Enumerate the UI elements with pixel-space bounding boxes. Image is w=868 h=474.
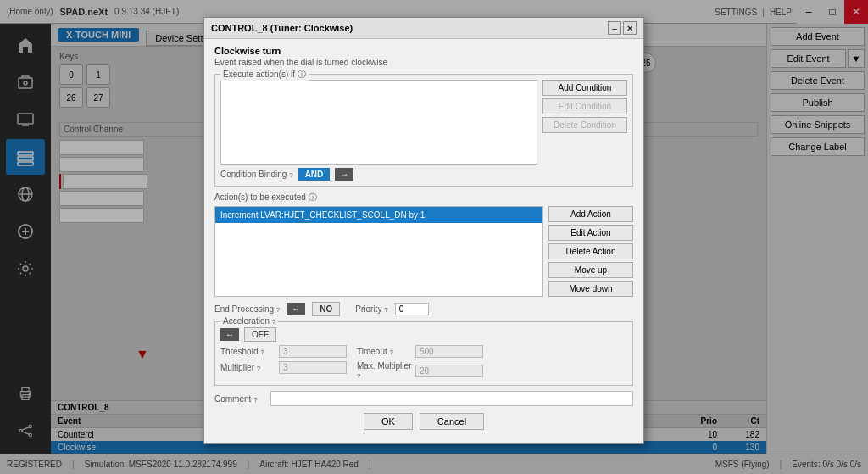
- cond-arrow-toggle[interactable]: →: [335, 168, 353, 181]
- action-item-1[interactable]: Increment LVAR:HJET_CHECKLIST_SCOLL_DN b…: [215, 207, 542, 223]
- comment-input[interactable]: [270, 391, 633, 406]
- add-action-button[interactable]: Add Action: [548, 206, 633, 222]
- end-proc-no-button[interactable]: NO: [312, 302, 340, 316]
- condition-binding-label: Condition Binding ?: [220, 170, 293, 179]
- event-title: Clockwise turn: [214, 46, 633, 56]
- dialog-title: CONTROL_8 (Tuner: Clockwise): [211, 23, 353, 33]
- cond-binding-info[interactable]: ?: [289, 171, 292, 179]
- add-condition-button[interactable]: Add Condition: [542, 80, 627, 96]
- accel-info[interactable]: ?: [272, 318, 275, 326]
- edit-action-button[interactable]: Edit Action: [548, 225, 633, 241]
- threshold-label: Threshold ?: [220, 347, 275, 356]
- timeout-info[interactable]: ?: [390, 349, 393, 356]
- condition-buttons: Add Condition Edit Condition Delete Cond…: [542, 80, 627, 165]
- multiplier-row: Multiplier ?: [220, 361, 347, 374]
- max-multiplier-label: Max. Multiplier ?: [357, 361, 412, 380]
- execute-info-icon[interactable]: ⓘ: [298, 70, 306, 79]
- action-buttons: Add Action Edit Action Delete Action Mov…: [548, 206, 633, 297]
- comment-info[interactable]: ?: [253, 396, 257, 404]
- multiplier-label: Multiplier ?: [220, 363, 275, 372]
- acceleration-label: Acceleration ?: [220, 316, 278, 326]
- delete-condition-button[interactable]: Delete Condition: [542, 117, 627, 133]
- max-multiplier-input[interactable]: [415, 365, 483, 377]
- action-list: Increment LVAR:HJET_CHECKLIST_SCOLL_DN b…: [214, 206, 543, 297]
- actions-area: Increment LVAR:HJET_CHECKLIST_SCOLL_DN b…: [214, 206, 633, 297]
- accel-toggle-button[interactable]: ↔: [220, 328, 239, 341]
- edit-condition-button[interactable]: Edit Condition: [542, 98, 627, 114]
- move-down-button[interactable]: Move down: [548, 281, 633, 297]
- priority-input[interactable]: [395, 303, 429, 315]
- off-button[interactable]: OFF: [244, 327, 276, 342]
- accel-toggle-row: ↔ OFF: [220, 327, 627, 342]
- timeout-input[interactable]: [415, 345, 483, 358]
- timeout-row: Timeout ?: [357, 345, 483, 358]
- end-proc-info[interactable]: ?: [276, 306, 280, 314]
- comment-label: Comment ?: [214, 394, 265, 404]
- threshold-input[interactable]: [279, 345, 347, 358]
- end-processing-row: End Processing ? ↔ NO Priority ?: [214, 302, 633, 316]
- multiplier-info[interactable]: ?: [257, 365, 260, 372]
- accel-left-fields: Threshold ? Multiplier ?: [220, 345, 347, 380]
- and-button[interactable]: AND: [298, 168, 331, 181]
- cancel-button[interactable]: Cancel: [420, 413, 484, 430]
- delete-action-button[interactable]: Delete Action: [548, 243, 633, 259]
- dialog-body: Clockwise turn Event raised when the dia…: [204, 39, 643, 443]
- dialog-close-button[interactable]: ✕: [623, 21, 637, 35]
- condition-list[interactable]: [220, 80, 537, 165]
- condition-binding-row: Condition Binding ? AND →: [220, 168, 627, 181]
- comment-row: Comment ?: [214, 391, 633, 406]
- max-multiplier-row: Max. Multiplier ?: [357, 361, 483, 380]
- max-mult-info[interactable]: ?: [357, 372, 360, 380]
- dialog-footer: OK Cancel: [214, 413, 633, 437]
- control-dialog: CONTROL_8 (Tuner: Clockwise) – ✕ Clockwi…: [203, 17, 644, 444]
- execute-actions-label: Execute action(s) if ⓘ: [220, 69, 309, 81]
- ok-button[interactable]: OK: [364, 413, 413, 430]
- actions-label: Action(s) to be executed ⓘ: [214, 192, 633, 204]
- timeout-label: Timeout ?: [357, 347, 412, 356]
- end-proc-toggle[interactable]: ↔: [287, 303, 305, 315]
- dialog-titlebar: CONTROL_8 (Tuner: Clockwise) – ✕: [204, 18, 643, 39]
- accel-fields-row: Threshold ? Multiplier ? Timeout ?: [220, 345, 627, 380]
- end-processing-label: End Processing ?: [214, 304, 280, 314]
- actions-section: Action(s) to be executed ⓘ Increment LVA…: [214, 192, 633, 297]
- priority-info[interactable]: ?: [384, 306, 387, 314]
- priority-label: Priority ?: [355, 304, 387, 314]
- actions-info-icon[interactable]: ⓘ: [309, 192, 317, 202]
- dialog-minimize-button[interactable]: –: [608, 21, 621, 35]
- multiplier-input[interactable]: [279, 361, 347, 374]
- modal-overlay: CONTROL_8 (Tuner: Clockwise) – ✕ Clockwi…: [0, 0, 868, 474]
- event-desc: Event raised when the dial is turned clo…: [214, 58, 633, 67]
- threshold-info[interactable]: ?: [260, 349, 264, 356]
- dialog-win-buttons: – ✕: [608, 21, 637, 35]
- accel-right-fields: Timeout ? Max. Multiplier ?: [357, 345, 483, 380]
- conditions-area: Add Condition Edit Condition Delete Cond…: [220, 80, 627, 165]
- move-up-button[interactable]: Move up: [548, 262, 633, 278]
- execute-actions-group: Execute action(s) if ⓘ Add Condition Edi…: [214, 74, 633, 187]
- acceleration-group: Acceleration ? ↔ OFF Threshold ? Multipl…: [214, 321, 633, 386]
- threshold-row: Threshold ?: [220, 345, 347, 358]
